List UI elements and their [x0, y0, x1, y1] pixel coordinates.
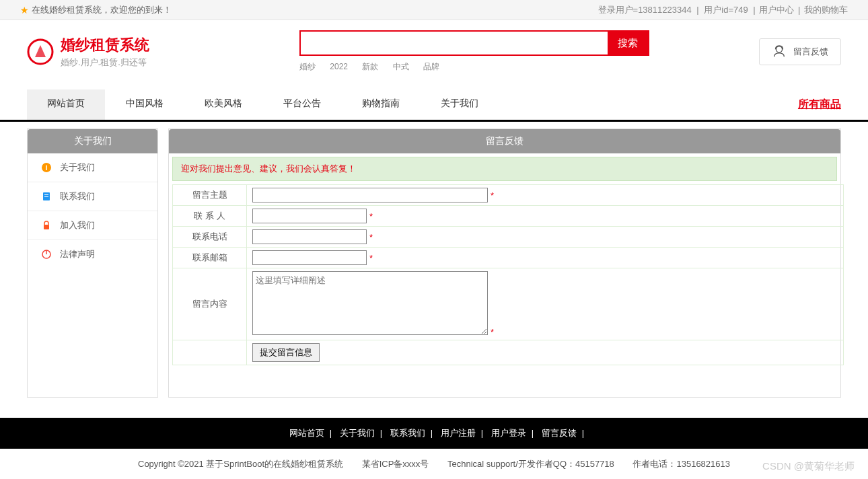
logo-area: 婚纱租赁系统 婚纱.用户.租赁.归还等	[27, 35, 149, 69]
my-cart-link[interactable]: 我的购物车	[804, 5, 848, 15]
top-right-links: 登录用户=13811223344 | 用户id=749 | 用户中心 | 我的购…	[597, 0, 848, 20]
feedback-button[interactable]: 留言反馈	[759, 38, 841, 65]
required-mark: *	[491, 190, 494, 200]
lock-icon	[41, 220, 52, 231]
footer-link-home[interactable]: 网站首页	[289, 428, 324, 438]
subject-input[interactable]	[252, 188, 488, 202]
required-mark: *	[369, 211, 373, 221]
sidebar: 关于我们 i 关于我们 联系我们 加入我们 法律声明	[27, 128, 158, 398]
subject-label: 留言主题	[173, 185, 247, 206]
content-textarea[interactable]	[252, 271, 488, 335]
search-tag[interactable]: 2022	[330, 62, 348, 71]
submit-button[interactable]: 提交留言信息	[252, 343, 320, 362]
search-input[interactable]	[301, 32, 608, 54]
main-content: 关于我们 i 关于我们 联系我们 加入我们 法律声明 留言反馈	[0, 122, 868, 404]
svg-point-1	[776, 46, 782, 52]
required-mark: *	[369, 253, 373, 263]
footer-nav: 网站首页| 关于我们| 联系我们| 用户注册| 用户登录| 留言反馈|	[0, 418, 868, 449]
content-area: 留言反馈 迎对我们提出意见、建议，我们会认真答复！ 留言主题 * 联 系 人 *…	[168, 128, 841, 398]
search-tag[interactable]: 品牌	[423, 62, 439, 71]
feedback-form: 留言主题 * 联 系 人 * 联系电话 * 联系邮箱 * 留言内容 * 提交留言…	[172, 184, 844, 365]
required-mark: *	[369, 232, 373, 242]
search-button[interactable]: 搜索	[608, 32, 648, 54]
content-header: 留言反馈	[169, 129, 840, 153]
required-mark: *	[491, 327, 494, 337]
footer-link-feedback[interactable]: 留言反馈	[542, 428, 577, 438]
watermark: CSDN @黄菊华老师	[762, 460, 855, 473]
icp-text: 某省ICP备xxxx号	[362, 459, 429, 469]
user-center-link[interactable]: 用户中心	[759, 5, 794, 15]
phone-text: 作者电话：13516821613	[632, 459, 730, 469]
login-user-text: 登录用户=13811223344	[598, 5, 692, 15]
sidebar-item-label: 联系我们	[60, 190, 95, 202]
contact-label: 联 系 人	[173, 206, 247, 227]
support-text: Technical support/开发作者QQ：45157718	[447, 459, 614, 469]
footer-link-about[interactable]: 关于我们	[340, 428, 375, 438]
nav-western-style[interactable]: 欧美风格	[184, 89, 263, 120]
nav-bar: 网站首页 中国风格 欧美风格 平台公告 购物指南 关于我们 所有商品	[0, 89, 868, 122]
sidebar-header: 关于我们	[28, 129, 157, 153]
svg-rect-6	[44, 196, 48, 197]
star-icon: ★	[20, 0, 29, 20]
sidebar-item-label: 加入我们	[60, 219, 95, 231]
all-products-link[interactable]: 所有商品	[798, 89, 841, 120]
search-tags: 婚纱 2022 新款 中式 品牌	[299, 61, 649, 73]
user-id-text: 用户id=749	[704, 5, 748, 15]
footer-info: Copyright ©2021 基于SprintBoot的在线婚纱租赁系统 某省…	[0, 449, 868, 479]
contact-input[interactable]	[252, 209, 367, 223]
phone-label: 联系电话	[173, 227, 247, 248]
power-icon	[41, 249, 52, 260]
nav-chinese-style[interactable]: 中国风格	[106, 89, 184, 120]
nav-about[interactable]: 关于我们	[421, 89, 499, 120]
sidebar-item-about[interactable]: i 关于我们	[28, 153, 157, 182]
content-label: 留言内容	[173, 268, 247, 340]
search-tag[interactable]: 婚纱	[299, 62, 316, 71]
svg-text:i: i	[45, 163, 47, 172]
search-tag[interactable]: 中式	[393, 62, 409, 71]
search-tag[interactable]: 新款	[362, 62, 378, 71]
nav-announcement[interactable]: 平台公告	[263, 89, 342, 120]
footer-link-login[interactable]: 用户登录	[491, 428, 526, 438]
nav-home[interactable]: 网站首页	[27, 89, 106, 120]
sidebar-item-label: 关于我们	[60, 161, 95, 174]
site-title: 婚纱租赁系统	[61, 35, 149, 55]
sidebar-item-join[interactable]: 加入我们	[28, 211, 157, 240]
welcome-text: ★ 在线婚纱租赁系统，欢迎您的到来！	[20, 0, 172, 20]
site-subtitle: 婚纱.用户.租赁.归还等	[61, 57, 149, 69]
copyright-text: Copyright ©2021 基于SprintBoot的在线婚纱租赁系统	[138, 459, 343, 469]
nav-guide[interactable]: 购物指南	[342, 89, 421, 120]
svg-rect-5	[44, 194, 48, 195]
notice-bar: 迎对我们提出意见、建议，我们会认真答复！	[172, 157, 837, 181]
phone-input[interactable]	[252, 229, 367, 244]
info-icon: i	[41, 162, 52, 173]
email-input[interactable]	[252, 250, 367, 265]
search-area: 搜索 婚纱 2022 新款 中式 品牌	[299, 30, 649, 73]
email-label: 联系邮箱	[173, 248, 247, 268]
svg-rect-7	[44, 225, 49, 229]
footer-link-register[interactable]: 用户注册	[441, 428, 476, 438]
headset-icon	[772, 44, 787, 59]
sidebar-item-legal[interactable]: 法律声明	[28, 240, 157, 268]
header: 婚纱租赁系统 婚纱.用户.租赁.归还等 搜索 婚纱 2022 新款 中式 品牌 …	[0, 20, 868, 83]
clipboard-icon	[41, 191, 52, 202]
logo-icon	[27, 38, 54, 65]
sidebar-item-contact[interactable]: 联系我们	[28, 182, 157, 211]
footer-link-contact[interactable]: 联系我们	[390, 428, 425, 438]
sidebar-item-label: 法律声明	[60, 248, 95, 260]
top-bar: ★ 在线婚纱租赁系统，欢迎您的到来！ 登录用户=13811223344 | 用户…	[0, 0, 868, 20]
